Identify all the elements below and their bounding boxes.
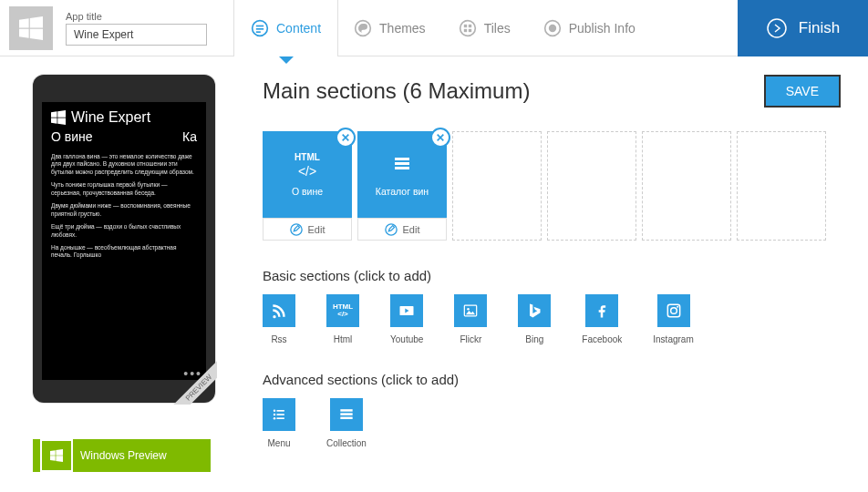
add-youtube[interactable]: Youtube (390, 294, 423, 344)
svg-rect-9 (468, 28, 470, 31)
preview-p2: Чуть пониже горлышка первой бутылки — се… (51, 181, 197, 197)
svg-rect-15 (395, 162, 409, 165)
empty-slot[interactable] (547, 131, 636, 241)
finish-label: Finish (799, 19, 840, 37)
svg-point-12 (768, 19, 786, 37)
svg-point-11 (549, 24, 556, 31)
svg-rect-2 (256, 28, 264, 30)
windows-preview-label: Windows Preview (80, 449, 167, 462)
preview-p1: Два галлона вина — это немалое количеств… (51, 153, 197, 176)
add-instagram[interactable]: Instagram (653, 294, 693, 344)
svg-rect-27 (277, 414, 284, 415)
svg-rect-32 (340, 417, 352, 420)
section-tile-2[interactable]: Каталог вин Edit (357, 131, 447, 241)
svg-point-22 (670, 308, 677, 314)
finish-button[interactable]: Finish (738, 0, 868, 56)
tab-content[interactable]: Content (234, 0, 337, 56)
svg-point-23 (677, 306, 678, 308)
preview-sub-left: О вине (51, 129, 93, 144)
svg-point-20 (468, 308, 470, 311)
menu-icon (270, 405, 288, 424)
windows-preview-button[interactable]: Windows Preview (33, 439, 211, 472)
rss-icon (270, 302, 288, 320)
svg-rect-6 (463, 24, 466, 26)
windows-icon (51, 110, 66, 125)
preview-p3: Двумя дюймами ниже — воспоминания, овеян… (51, 202, 197, 218)
svg-rect-8 (463, 28, 466, 31)
tab-content-label: Content (276, 21, 321, 36)
preview-p4: Ещё три дюйма — вздохи о былых счастливы… (51, 223, 197, 239)
svg-point-28 (274, 417, 276, 420)
svg-point-26 (274, 414, 276, 416)
svg-rect-30 (340, 409, 352, 412)
preview-p5: На донышке — всеобъемлющая абстрактная п… (51, 244, 197, 260)
collection-icon (337, 405, 356, 424)
svg-rect-1 (256, 25, 264, 26)
svg-rect-3 (256, 31, 261, 33)
add-facebook[interactable]: Facebook (582, 294, 622, 344)
empty-slot[interactable] (642, 131, 731, 241)
basic-sections-heading: Basic sections (click to add) (263, 268, 841, 283)
advanced-sections-heading: Advanced sections (click to add) (263, 372, 841, 387)
windows-icon (40, 439, 73, 472)
main-sections-heading: Main sections (6 Maximum) (263, 78, 530, 104)
add-rss[interactable]: Rss (263, 294, 295, 344)
facebook-icon (593, 302, 611, 320)
tab-publish-label: Publish Info (569, 21, 636, 36)
windows-logo (9, 6, 53, 50)
svg-point-5 (460, 20, 475, 36)
html-icon: </> (298, 164, 316, 179)
instagram-icon (665, 302, 683, 320)
close-icon[interactable] (430, 128, 450, 148)
bing-icon (525, 302, 543, 320)
empty-slot[interactable] (737, 131, 826, 241)
preview-app-name: Wine Expert (71, 109, 150, 126)
add-collection[interactable]: Collection (326, 398, 367, 448)
svg-point-24 (274, 410, 276, 413)
collection-icon (391, 153, 413, 175)
edit-button[interactable]: Edit (263, 218, 352, 241)
svg-rect-16 (395, 167, 409, 169)
svg-rect-29 (277, 417, 284, 419)
close-icon[interactable] (336, 128, 356, 148)
preview-sub-right: Ка (182, 129, 197, 144)
tab-themes[interactable]: Themes (337, 0, 442, 56)
flickr-icon (461, 302, 480, 320)
add-flickr[interactable]: Flickr (454, 294, 487, 344)
svg-rect-25 (277, 410, 284, 412)
add-menu[interactable]: Menu (263, 398, 295, 448)
svg-rect-14 (395, 158, 409, 160)
svg-rect-31 (340, 413, 352, 415)
app-title-input[interactable] (66, 24, 207, 46)
preview-ribbon: PREVIEW (168, 355, 217, 405)
app-title-label: App title (66, 11, 207, 22)
add-html[interactable]: HTML</>Html (326, 294, 359, 344)
phone-preview: Wine Expert О вине Ка Два галлона вина —… (33, 75, 215, 403)
section-tile-1[interactable]: HTML </> О вине Edit (263, 131, 352, 241)
edit-button[interactable]: Edit (357, 218, 447, 241)
tab-tiles-label: Tiles (484, 21, 511, 36)
youtube-icon (398, 302, 416, 320)
tab-publish[interactable]: Publish Info (527, 0, 652, 56)
tab-tiles[interactable]: Tiles (442, 0, 527, 56)
save-button[interactable]: SAVE (764, 75, 841, 108)
add-bing[interactable]: Bing (518, 294, 551, 344)
svg-rect-7 (468, 24, 470, 26)
tab-themes-label: Themes (379, 21, 426, 36)
empty-slot[interactable] (452, 131, 542, 241)
html-icon: HTML</> (333, 303, 353, 318)
